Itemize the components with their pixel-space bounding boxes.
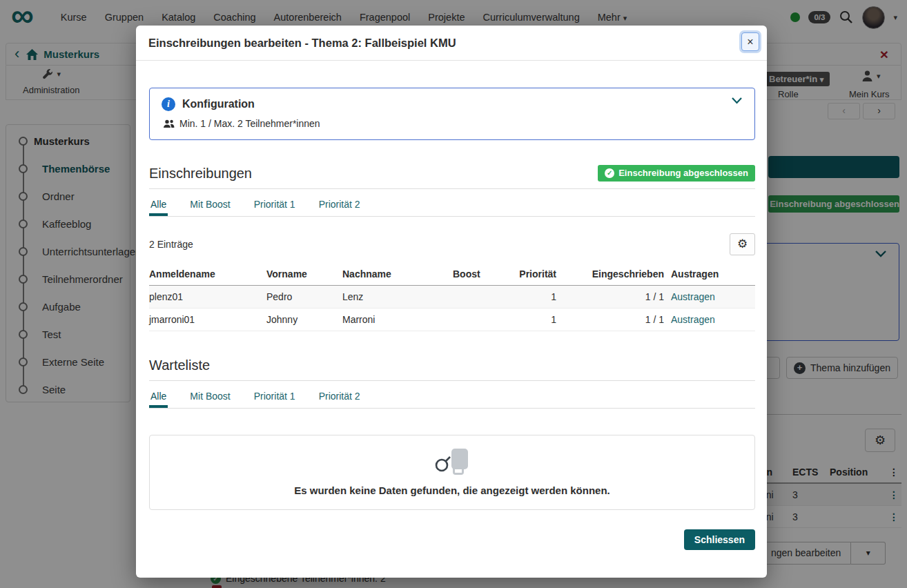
col-header-austragen: Austragen — [664, 264, 755, 286]
participants-limit: Min. 1 / Max. 2 Teilnehmer*innen — [163, 118, 743, 129]
dialog-footer: Schliessen — [136, 510, 767, 550]
dialog-close-icon[interactable]: × — [741, 32, 759, 51]
tab-mit-boost[interactable]: Mit Boost — [188, 391, 231, 408]
tab-prioritaet-1[interactable]: Priorität 1 — [253, 391, 297, 408]
chevron-down-icon[interactable] — [732, 97, 742, 104]
table-settings-button[interactable]: ⚙ — [730, 233, 755, 255]
tab-alle[interactable]: Alle — [149, 199, 168, 216]
col-header-vorname[interactable]: Vorname — [266, 264, 342, 286]
enrollment-closed-badge: ✓ Einschreibung abgeschlossen — [598, 165, 755, 182]
col-header-eingeschrieben[interactable]: Eingeschrieben — [556, 264, 664, 286]
empty-state-text: Es wurden keine Daten gefunden, die ange… — [294, 484, 610, 496]
col-header-nachname[interactable]: Nachname — [342, 264, 453, 286]
configuration-title: Konfiguration — [182, 98, 255, 110]
tab-prioritaet-2[interactable]: Priorität 2 — [318, 199, 362, 216]
col-header-boost[interactable]: Boost — [453, 264, 498, 286]
info-icon: i — [162, 97, 175, 111]
tab-prioritaet-1[interactable]: Priorität 1 — [253, 199, 297, 216]
tab-mit-boost[interactable]: Mit Boost — [188, 199, 231, 216]
austragen-link[interactable]: Austragen — [671, 291, 715, 302]
tab-prioritaet-2[interactable]: Priorität 2 — [318, 391, 362, 408]
waitlist-tabs: Alle Mit Boost Priorität 1 Priorität 2 — [149, 391, 755, 409]
configuration-box: i Konfiguration Min. 1 / Max. 2 Teilnehm… — [149, 88, 755, 140]
col-header-anmeldename[interactable]: Anmeldename — [149, 264, 266, 286]
enrollments-tabs: Alle Mit Boost Priorität 1 Priorität 2 — [149, 199, 755, 217]
dialog-header: Einschreibungen bearbeiten - Thema 2: Fa… — [136, 26, 767, 61]
schliessen-button[interactable]: Schliessen — [684, 529, 755, 550]
enrollments-table: Anmeldename Vorname Nachname Boost Prior… — [149, 264, 755, 331]
enrollments-heading: Einschreibungen — [149, 166, 252, 182]
austragen-link[interactable]: Austragen — [671, 314, 715, 325]
check-circle-icon: ✓ — [605, 168, 614, 178]
dialog-title: Einschreibungen bearbeiten - Thema 2: Fa… — [148, 37, 456, 50]
waitlist-section-header: Warteliste — [149, 357, 755, 381]
no-data-icon — [433, 449, 471, 478]
col-header-prioritaet[interactable]: Priorität — [498, 264, 556, 286]
entries-count: 2 Einträge — [149, 239, 193, 250]
edit-enrollments-dialog: Einschreibungen bearbeiten - Thema 2: Fa… — [136, 26, 767, 578]
people-icon — [163, 119, 175, 128]
tab-alle[interactable]: Alle — [149, 391, 168, 408]
screen: ∞ Kurse Gruppen Katalog Coaching Autoren… — [0, 0, 907, 588]
table-row: plenz01 Pedro Lenz 1 1 / 1 Austragen — [149, 286, 755, 308]
waitlist-empty-state: Es wurden keine Daten gefunden, die ange… — [149, 435, 755, 510]
table-row: jmarroni01 Johnny Marroni 1 1 / 1 Austra… — [149, 308, 755, 331]
enrollments-section-header: Einschreibungen ✓ Einschreibung abgeschl… — [149, 165, 755, 189]
waitlist-heading: Warteliste — [149, 357, 210, 373]
